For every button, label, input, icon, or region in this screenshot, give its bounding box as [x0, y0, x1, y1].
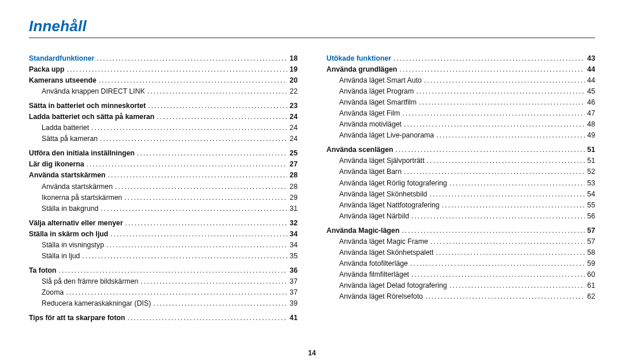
toc-label: Använda läget Närbild: [339, 211, 409, 222]
toc-columns: Standardfunktioner 18Packa upp 19Kameran…: [29, 53, 595, 324]
toc-entry[interactable]: Reducera kameraskakningar (DIS) 39: [29, 298, 298, 309]
toc-leader: [430, 236, 585, 247]
toc-label: Använda fotofilterläge: [339, 258, 408, 269]
toc-entry[interactable]: Använda grundlägen 44: [326, 64, 595, 75]
toc-entry[interactable]: Använda läget Rörelsefoto 62: [326, 291, 595, 302]
toc-entry[interactable]: Sätta på kameran 24: [29, 133, 298, 144]
toc-entry[interactable]: Ställa in skärm och ljud 34: [29, 229, 298, 240]
toc-entry[interactable]: Ställa in ljud 35: [29, 251, 298, 262]
toc-leader: [402, 108, 585, 119]
toc-label: Använda scenlägen: [326, 144, 393, 155]
toc-label: Välja alternativ eller menyer: [29, 218, 123, 229]
toc-leader: [96, 53, 287, 64]
toc-entry[interactable]: Använda startskärmen 28: [29, 170, 298, 181]
toc-entry[interactable]: Packa upp 19: [29, 64, 298, 75]
toc-entry[interactable]: Använda läget Live-panorama 49: [326, 130, 595, 141]
toc-label: Sätta in batteriet och minneskortet: [29, 101, 146, 112]
toc-leader: [100, 133, 287, 144]
toc-leader: [442, 200, 585, 211]
toc-label: Ställa in ljud: [42, 251, 80, 262]
toc-entry[interactable]: Sätta in batteriet och minneskortet 23: [29, 101, 298, 112]
toc-label: Använda grundlägen: [326, 64, 397, 75]
page-title: Innehåll: [29, 17, 595, 35]
toc-entry[interactable]: Använda läget Rörlig fotografering 53: [326, 178, 595, 189]
toc-label: Utökade funktioner: [326, 53, 391, 64]
toc-label: Använda startskärmen: [29, 170, 106, 181]
toc-label: Utföra den initiala inställningen: [29, 148, 135, 159]
toc-entry[interactable]: Använda läget Program 45: [326, 86, 595, 97]
toc-entry[interactable]: Utföra den initiala inställningen 25: [29, 148, 298, 159]
toc-entry[interactable]: Ta foton 36: [29, 265, 298, 276]
toc-page: 57: [587, 225, 595, 236]
toc-entry[interactable]: Använda fotofilterläge 59: [326, 258, 595, 269]
toc-page: 20: [289, 75, 298, 86]
toc-label: Använda knappen DIRECT LINK: [42, 86, 145, 97]
toc-label: Använda läget Smart Auto: [339, 75, 422, 86]
toc-entry[interactable]: Lär dig ikonerna 27: [29, 159, 298, 170]
toc-entry[interactable]: Ställa in bakgrund 31: [29, 203, 298, 214]
toc-page: 36: [289, 265, 298, 276]
toc-entry[interactable]: Ladda batteriet 24: [29, 122, 298, 133]
toc-leader: [140, 276, 287, 287]
toc-label: Standardfunktioner: [29, 53, 94, 64]
toc-entry[interactable]: Standardfunktioner 18: [29, 53, 298, 64]
toc-leader: [425, 291, 585, 302]
toc-page: 56: [587, 211, 595, 222]
toc-entry[interactable]: Använda läget Nattfotografering 55: [326, 200, 595, 211]
toc-entry[interactable]: Använda knappen DIRECT LINK 22: [29, 86, 298, 97]
toc-page: 45: [587, 86, 595, 97]
toc-label: Använda startskärmen: [42, 181, 113, 192]
toc-page: 60: [587, 269, 595, 280]
toc-entry[interactable]: Ställa in visningstyp 34: [29, 240, 298, 251]
toc-page: 31: [289, 203, 298, 214]
toc-entry[interactable]: Ladda batteriet och sätta på kameran 24: [29, 112, 298, 122]
toc-entry[interactable]: Ikonerna på startskärmen 29: [29, 192, 298, 203]
toc-entry[interactable]: Använda läget Självporträtt 51: [326, 155, 595, 166]
toc-entry[interactable]: Använda läget Skönhetsbild 54: [326, 189, 595, 200]
toc-page: 43: [587, 53, 595, 64]
toc-entry[interactable]: Använda läget Barn 52: [326, 166, 595, 177]
toc-label: Ställa in bakgrund: [42, 203, 98, 214]
toc-page: 32: [289, 218, 298, 229]
toc-leader: [416, 86, 585, 97]
toc-entry[interactable]: Använda läget Magic Frame 57: [326, 236, 595, 247]
toc-entry[interactable]: Zooma 37: [29, 287, 298, 298]
toc-page: 47: [587, 108, 595, 119]
toc-leader: [137, 148, 287, 159]
toc-entry[interactable]: Kamerans utseende 20: [29, 75, 298, 86]
toc-entry[interactable]: Använda motivläget 48: [326, 119, 595, 130]
toc-entry[interactable]: Tips för att ta skarpare foton 41: [29, 313, 298, 324]
toc-entry[interactable]: Använda scenlägen 51: [326, 144, 595, 155]
toc-label: Sätta på kameran: [42, 133, 98, 144]
toc-leader: [108, 170, 288, 181]
toc-entry[interactable]: Använda läget Närbild 56: [326, 211, 595, 222]
toc-entry[interactable]: Slå på den främre bildskärmen 37: [29, 276, 298, 287]
toc-label: Lär dig ikonerna: [29, 159, 84, 170]
toc-leader: [450, 178, 585, 189]
toc-page: 35: [289, 251, 298, 262]
toc-leader: [87, 159, 288, 170]
toc-entry[interactable]: Använda läget Smart Auto 44: [326, 75, 595, 86]
toc-entry[interactable]: Välja alternativ eller menyer 32: [29, 218, 298, 229]
toc-label: Använda läget Rörlig fotografering: [339, 178, 447, 189]
toc-leader: [66, 287, 287, 298]
toc-entry[interactable]: Använda läget Skönhetspalett 58: [326, 247, 595, 258]
toc-page: 19: [289, 64, 298, 75]
toc-leader: [450, 280, 585, 291]
toc-leader: [429, 189, 585, 200]
toc-entry[interactable]: Utökade funktioner 43: [326, 53, 595, 64]
toc-leader: [99, 75, 287, 86]
toc-page: 49: [587, 130, 595, 141]
toc-leader: [110, 229, 287, 240]
toc-entry[interactable]: Använda läget Smartfilm 46: [326, 97, 595, 108]
toc-label: Använda läget Rörelsefoto: [339, 291, 423, 302]
toc-leader: [101, 203, 287, 214]
toc-leader: [404, 166, 585, 177]
toc-entry[interactable]: Använda läget Film 47: [326, 108, 595, 119]
toc-entry[interactable]: Använda läget Delad fotografering 61: [326, 280, 595, 291]
toc-label: Använda läget Film: [339, 108, 400, 119]
toc-entry[interactable]: Använda startskärmen 28: [29, 181, 298, 192]
toc-label: Ladda batteriet: [42, 122, 89, 133]
toc-entry[interactable]: Använda filmfilterläget 60: [326, 269, 595, 280]
toc-entry[interactable]: Använda Magic-lägen 57: [326, 225, 595, 236]
